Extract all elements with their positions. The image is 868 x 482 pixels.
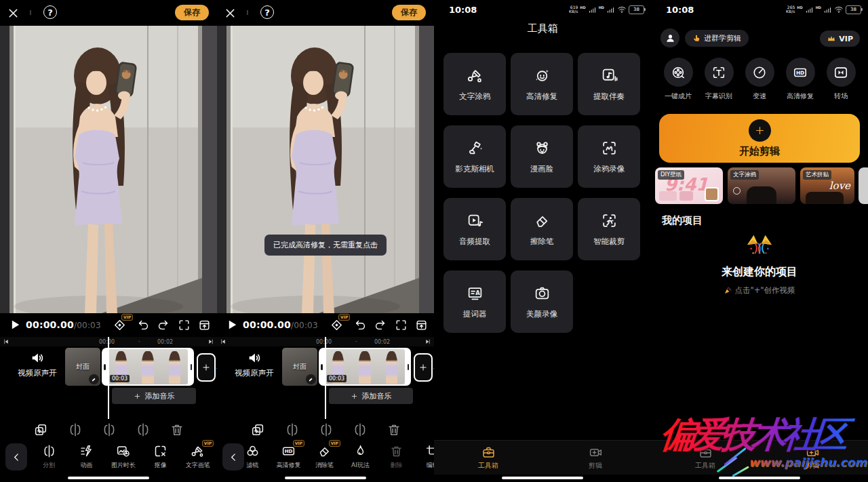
clip-left-handle[interactable]	[321, 364, 323, 370]
tool-split[interactable]: 分割	[31, 442, 67, 473]
trash-icon[interactable]	[387, 422, 401, 437]
split-left-icon[interactable]	[68, 422, 83, 437]
original-sound-toggle[interactable]: 视频原声开	[8, 350, 66, 378]
fullscreen-icon[interactable]	[395, 319, 408, 332]
split-center-icon[interactable]	[319, 422, 334, 437]
tab-edit[interactable]: 剪辑	[575, 445, 616, 470]
duplicate-icon[interactable]	[250, 422, 265, 437]
feature-subtitle-recognition[interactable]: 字幕识别	[701, 58, 736, 101]
feature-transition[interactable]: 转场	[823, 58, 859, 101]
export-icon[interactable]	[198, 319, 211, 332]
edit-cover-icon[interactable]	[306, 374, 316, 384]
ruler-time-start: 00:00	[316, 339, 332, 345]
add-clip-button[interactable]	[197, 353, 216, 382]
next-frame-icon[interactable]	[425, 338, 431, 345]
feature-hd-repair[interactable]: 高清修复	[783, 58, 818, 101]
video-clip[interactable]: 00:03	[102, 348, 194, 386]
template-partial[interactable]	[859, 167, 868, 204]
tool-ai-effects[interactable]: AI玩法	[342, 442, 378, 473]
split-right-icon[interactable]	[136, 422, 151, 437]
bottom-tab-bar: 工具箱 剪辑	[651, 440, 868, 475]
playhead[interactable]	[325, 337, 326, 419]
party-popper-icon	[724, 286, 732, 295]
template-art-collage[interactable]: 艺术拼贴 love	[800, 167, 854, 204]
tool-beauty-record[interactable]: 美颜录像	[511, 270, 573, 333]
plus-icon	[749, 119, 771, 142]
playhead[interactable]	[108, 337, 109, 419]
play-icon[interactable]	[8, 318, 22, 332]
template-text-doodle[interactable]: 文字涂鸦	[728, 167, 795, 204]
duplicate-icon[interactable]	[33, 422, 48, 437]
help-icon[interactable]: ?	[260, 5, 274, 19]
undo-icon[interactable]	[137, 319, 150, 332]
tool-chroma-key[interactable]: 抠像	[142, 442, 178, 473]
split-center-icon[interactable]	[102, 422, 117, 437]
template-diy-wallpaper[interactable]: DIY壁纸 9:41	[655, 167, 723, 204]
play-icon[interactable]	[225, 318, 239, 332]
tool-text-doodle[interactable]: 文字涂鸦	[443, 53, 506, 115]
start-edit-button[interactable]: 开始剪辑	[659, 114, 860, 163]
cover-thumbnail[interactable]: 封面	[65, 348, 100, 386]
add-clip-button[interactable]	[414, 353, 433, 382]
back-button[interactable]	[5, 443, 27, 470]
join-group-pill[interactable]: 进群学剪辑	[685, 30, 749, 47]
empty-subtitle: 点击"+"创作视频	[651, 285, 868, 296]
add-music-button[interactable]: 添加音乐	[329, 388, 413, 404]
tool-retro-camera[interactable]: 影克斯相机	[443, 125, 506, 188]
topbar-divider	[247, 10, 248, 15]
avatar[interactable]	[660, 28, 679, 47]
tool-hd-restore[interactable]: 高清修复	[511, 53, 573, 115]
edit-cover-icon[interactable]	[89, 374, 99, 384]
original-sound-toggle[interactable]: 视频原声开	[225, 350, 283, 378]
export-icon[interactable]	[415, 319, 428, 332]
tool-extract-accompaniment[interactable]: 提取伴奏	[578, 53, 640, 115]
help-icon[interactable]: ?	[43, 5, 57, 19]
tab-toolbox[interactable]: 工具箱	[468, 445, 509, 470]
feature-speed[interactable]: 变速	[742, 58, 777, 101]
clip-right-handle[interactable]	[191, 364, 193, 370]
tool-crop-edit[interactable]: 编辑	[414, 442, 434, 473]
prev-frame-icon[interactable]	[220, 338, 226, 345]
tool-teleprompter[interactable]: 提词器	[443, 270, 506, 333]
tool-hd-repair[interactable]: VIP 高清修复	[271, 442, 307, 473]
save-button[interactable]: 保存	[392, 5, 426, 20]
tool-audio-extract[interactable]: 音频提取	[443, 198, 506, 260]
toolbox-icon	[481, 445, 496, 460]
prev-frame-icon[interactable]	[3, 338, 9, 345]
tool-smart-crop[interactable]: 智能裁剪	[578, 198, 640, 260]
network-speed: 265KB/s	[786, 5, 795, 14]
close-icon[interactable]	[6, 6, 20, 20]
add-music-button[interactable]: 添加音乐	[112, 388, 196, 404]
split-right-icon[interactable]	[353, 422, 368, 437]
split-left-icon[interactable]	[285, 422, 300, 437]
next-frame-icon[interactable]	[208, 338, 214, 345]
tool-eraser-pen[interactable]: 擦除笔	[511, 198, 573, 260]
tool-text-brush[interactable]: VIP 文字画笔	[180, 442, 216, 473]
close-icon[interactable]	[223, 6, 237, 20]
vip-button[interactable]: VIP	[820, 31, 860, 47]
feature-one-click-film[interactable]: 一键成片	[660, 58, 696, 101]
tool-delete[interactable]: 删除	[378, 442, 414, 473]
trash-icon[interactable]	[170, 422, 184, 437]
text-doodle-icon	[467, 67, 484, 84]
tool-filter[interactable]: 滤镜	[235, 442, 271, 473]
tool-image-duration[interactable]: 图片时长	[105, 442, 141, 473]
fullscreen-icon[interactable]	[178, 319, 191, 332]
clip-left-handle[interactable]	[104, 364, 106, 370]
clip-right-handle[interactable]	[408, 364, 410, 370]
save-button[interactable]: 保存	[175, 5, 209, 20]
tool-animation[interactable]: 动画	[68, 442, 104, 473]
redo-icon[interactable]	[374, 319, 387, 332]
video-clip[interactable]: 00:03	[319, 348, 411, 386]
tab-edit[interactable]: 剪辑	[792, 445, 833, 470]
tab-toolbox[interactable]: 工具箱	[685, 445, 726, 470]
tool-doodle-record[interactable]: 涂鸦录像	[578, 125, 640, 188]
home-indicator	[285, 477, 366, 479]
tool-remove-pen[interactable]: VIP 消除笔	[307, 442, 342, 473]
undo-icon[interactable]	[354, 319, 367, 332]
tool-manga-face[interactable]: 漫画脸	[511, 125, 573, 188]
cover-thumbnail[interactable]: 封面	[282, 348, 317, 386]
playback-time: 00:00.00/00:03	[26, 319, 101, 330]
home-indicator	[719, 477, 800, 479]
redo-icon[interactable]	[157, 319, 170, 332]
